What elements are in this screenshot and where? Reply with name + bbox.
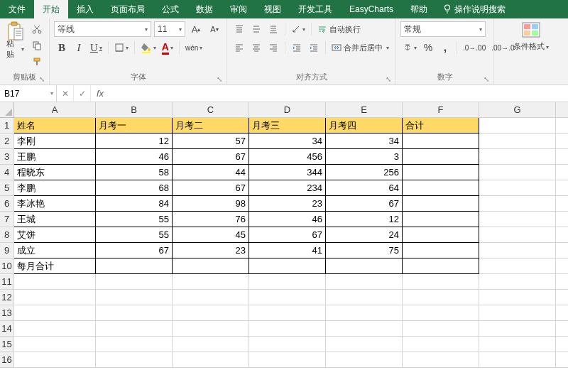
cell[interactable] bbox=[479, 180, 556, 196]
cell[interactable] bbox=[403, 212, 479, 227]
cell[interactable]: 45 bbox=[173, 227, 249, 243]
tab-home[interactable]: 开始 bbox=[34, 0, 68, 18]
format-painter-button[interactable] bbox=[29, 54, 45, 70]
row-header[interactable]: 13 bbox=[0, 305, 14, 321]
cell[interactable]: 64 bbox=[326, 180, 403, 196]
row-header[interactable]: 8 bbox=[0, 227, 14, 243]
cell[interactable] bbox=[326, 321, 403, 337]
cell[interactable]: 46 bbox=[249, 212, 326, 227]
cell[interactable] bbox=[403, 180, 479, 196]
cell[interactable] bbox=[249, 352, 326, 368]
cell[interactable] bbox=[326, 352, 403, 368]
cell[interactable]: 李冰艳 bbox=[14, 196, 96, 212]
cell[interactable] bbox=[403, 134, 479, 149]
row-header[interactable]: 1 bbox=[0, 118, 14, 134]
column-header[interactable]: A bbox=[14, 102, 96, 118]
tab-easycharts[interactable]: EasyCharts bbox=[341, 0, 402, 18]
underline-button[interactable]: U bbox=[88, 40, 104, 55]
tab-layout[interactable]: 页面布局 bbox=[102, 0, 153, 18]
cell[interactable] bbox=[14, 352, 96, 368]
cell[interactable] bbox=[479, 337, 556, 352]
cell[interactable] bbox=[479, 165, 556, 180]
cell[interactable] bbox=[479, 258, 556, 274]
increase-indent-button[interactable] bbox=[306, 40, 322, 55]
row-header[interactable]: 7 bbox=[0, 212, 14, 227]
cell[interactable]: 344 bbox=[249, 165, 326, 180]
conditional-formatting-button[interactable]: 条件格式 bbox=[513, 21, 549, 52]
cell[interactable] bbox=[556, 118, 568, 134]
increase-decimal-button[interactable]: .0→.00 bbox=[461, 40, 488, 55]
tab-view[interactable]: 视图 bbox=[256, 0, 290, 18]
cell[interactable] bbox=[173, 352, 249, 368]
cell[interactable]: 34 bbox=[326, 134, 403, 149]
cell[interactable] bbox=[556, 321, 568, 337]
cell[interactable] bbox=[96, 290, 173, 305]
cell[interactable]: 24 bbox=[326, 227, 403, 243]
tab-dev[interactable]: 开发工具 bbox=[290, 0, 341, 18]
cell[interactable] bbox=[479, 290, 556, 305]
cell[interactable] bbox=[556, 243, 568, 258]
cell[interactable]: 44 bbox=[173, 165, 249, 180]
cell[interactable] bbox=[173, 290, 249, 305]
cell[interactable]: 41 bbox=[249, 243, 326, 258]
italic-button[interactable]: I bbox=[71, 40, 87, 55]
cell[interactable]: 67 bbox=[173, 149, 249, 165]
spreadsheet-grid[interactable]: ABCDEFG1姓名月考一月考二月考三月考四合计2李刚125734343王鹏46… bbox=[0, 102, 568, 368]
cell[interactable]: 67 bbox=[249, 227, 326, 243]
column-header[interactable]: G bbox=[479, 102, 556, 118]
cell[interactable]: 234 bbox=[249, 180, 326, 196]
cell[interactable] bbox=[556, 180, 568, 196]
alignment-launcher[interactable]: ⤡ bbox=[386, 75, 391, 83]
cell[interactable] bbox=[403, 305, 479, 321]
column-header[interactable]: E bbox=[326, 102, 403, 118]
cancel-formula-button[interactable]: ✕ bbox=[57, 85, 74, 102]
cell[interactable] bbox=[326, 258, 403, 274]
column-header[interactable]: F bbox=[403, 102, 479, 118]
cell[interactable]: 55 bbox=[96, 227, 173, 243]
row-header[interactable]: 10 bbox=[0, 258, 14, 274]
cell[interactable]: 艾饼 bbox=[14, 227, 96, 243]
cell[interactable] bbox=[96, 337, 173, 352]
row-header[interactable]: 14 bbox=[0, 321, 14, 337]
cell[interactable] bbox=[556, 212, 568, 227]
comma-button[interactable]: , bbox=[437, 40, 453, 55]
cell[interactable] bbox=[556, 258, 568, 274]
cell[interactable] bbox=[479, 212, 556, 227]
cell[interactable]: 李鹏 bbox=[14, 180, 96, 196]
cell[interactable] bbox=[14, 290, 96, 305]
cell[interactable]: 月考四 bbox=[326, 118, 403, 134]
cell[interactable] bbox=[479, 149, 556, 165]
cell[interactable]: 程晓东 bbox=[14, 165, 96, 180]
cell[interactable]: 256 bbox=[326, 165, 403, 180]
clipboard-launcher[interactable]: ⤡ bbox=[39, 75, 45, 83]
tab-data[interactable]: 数据 bbox=[187, 0, 222, 18]
cell[interactable]: 34 bbox=[249, 134, 326, 149]
row-header[interactable]: 9 bbox=[0, 243, 14, 258]
cell[interactable]: 98 bbox=[173, 196, 249, 212]
cell[interactable]: 月考二 bbox=[173, 118, 249, 134]
column-header[interactable]: B bbox=[96, 102, 173, 118]
cell[interactable]: 456 bbox=[249, 149, 326, 165]
cell[interactable] bbox=[249, 274, 326, 290]
cell[interactable] bbox=[479, 243, 556, 258]
cell[interactable] bbox=[173, 337, 249, 352]
accounting-format-button[interactable] bbox=[400, 40, 419, 55]
cell[interactable] bbox=[556, 274, 568, 290]
cell[interactable] bbox=[14, 337, 96, 352]
cell[interactable] bbox=[249, 305, 326, 321]
cell[interactable]: 合计 bbox=[403, 118, 479, 134]
cell[interactable]: 12 bbox=[96, 134, 173, 149]
cell[interactable] bbox=[249, 337, 326, 352]
align-center-button[interactable] bbox=[248, 40, 264, 55]
cell[interactable]: 王城 bbox=[14, 212, 96, 227]
cell[interactable] bbox=[403, 196, 479, 212]
font-launcher[interactable]: ⤡ bbox=[217, 75, 222, 83]
tell-me-search[interactable]: 操作说明搜索 bbox=[436, 0, 513, 18]
cell[interactable] bbox=[556, 165, 568, 180]
cell[interactable] bbox=[556, 227, 568, 243]
cell[interactable] bbox=[556, 290, 568, 305]
row-header[interactable]: 15 bbox=[0, 337, 14, 352]
cell[interactable]: 23 bbox=[173, 243, 249, 258]
cell[interactable]: 12 bbox=[326, 212, 403, 227]
tab-formulas[interactable]: 公式 bbox=[153, 0, 187, 18]
